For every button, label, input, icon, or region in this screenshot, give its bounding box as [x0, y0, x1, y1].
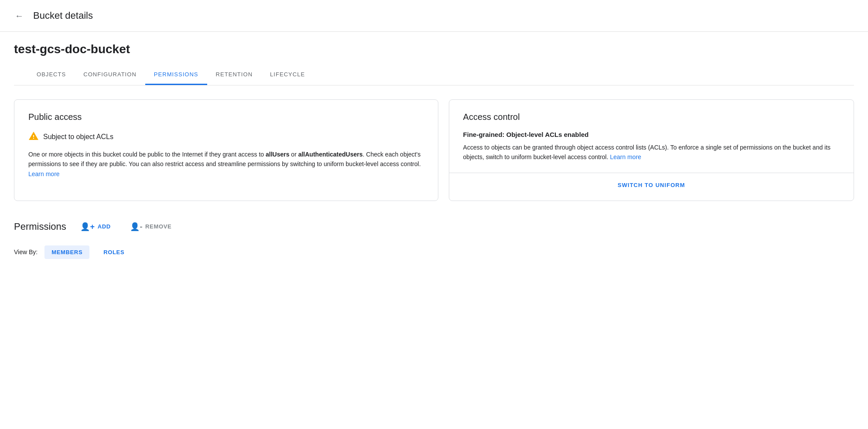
access-control-description: Access to objects can be granted through… [463, 143, 840, 162]
access-control-title-heading: Access control [463, 112, 840, 122]
permissions-label: Permissions [14, 221, 66, 232]
tab-objects[interactable]: OBJECTS [28, 65, 75, 85]
card-divider [449, 173, 854, 173]
main-content: Public access Subject to object ACLs One… [0, 85, 868, 273]
switch-to-uniform-button[interactable]: SWITCH TO UNIFORM [463, 182, 840, 188]
page-title: Bucket details [33, 10, 93, 21]
cards-row: Public access Subject to object ACLs One… [14, 99, 854, 201]
view-by-roles-button[interactable]: ROLES [96, 245, 131, 259]
public-access-description: One or more objects in this bucket could… [28, 150, 424, 179]
add-button-label: ADD [98, 223, 111, 230]
back-button[interactable]: ← [10, 7, 28, 24]
access-control-type: Fine-grained: Object-level ACLs enabled [463, 131, 840, 138]
desc-part2: or [289, 151, 298, 158]
access-control-top: Access control Fine-grained: Object-leve… [463, 112, 840, 173]
access-control-learn-more[interactable]: Learn more [610, 153, 642, 160]
public-access-learn-more[interactable]: Learn more [28, 170, 60, 177]
view-by-members-button[interactable]: MEMBERS [44, 245, 89, 259]
remove-person-icon: 👤- [130, 222, 143, 232]
tab-retention[interactable]: RETENTION [207, 65, 261, 85]
desc-bold2: allAuthenticatedUsers [298, 151, 363, 158]
add-person-icon: 👤+ [80, 222, 95, 232]
remove-button-label: REMOVE [145, 223, 171, 230]
bucket-name-section: test-gcs-doc-bucket OBJECTS CONFIGURATIO… [0, 32, 868, 85]
desc-bold1: allUsers [266, 151, 289, 158]
view-by-label: View By: [14, 249, 38, 255]
access-control-card: Access control Fine-grained: Object-leve… [449, 99, 854, 201]
add-permission-button[interactable]: 👤+ ADD [75, 218, 116, 235]
desc-part1: One or more objects in this bucket could… [28, 151, 266, 158]
remove-permission-button[interactable]: 👤- REMOVE [125, 218, 177, 235]
tab-configuration[interactable]: CONFIGURATION [75, 65, 145, 85]
access-desc-text: Access to objects can be granted through… [463, 144, 831, 160]
bucket-name: test-gcs-doc-bucket [14, 42, 854, 56]
permissions-section: Permissions 👤+ ADD 👤- REMOVE View By: ME… [14, 218, 854, 259]
tabs-container: OBJECTS CONFIGURATION PERMISSIONS RETENT… [14, 65, 854, 85]
permissions-header: Permissions 👤+ ADD 👤- REMOVE [14, 218, 854, 235]
warning-triangle-icon [28, 131, 39, 143]
warning-row: Subject to object ACLs [28, 131, 424, 143]
public-access-title: Public access [28, 112, 424, 122]
back-arrow-icon: ← [15, 11, 24, 21]
tab-lifecycle[interactable]: LIFECYCLE [261, 65, 314, 85]
warning-title: Subject to object ACLs [43, 133, 113, 141]
view-by-row: View By: MEMBERS ROLES [14, 245, 854, 259]
tab-permissions[interactable]: PERMISSIONS [145, 65, 207, 85]
page-header: ← Bucket details [0, 0, 868, 32]
public-access-card: Public access Subject to object ACLs One… [14, 99, 438, 201]
